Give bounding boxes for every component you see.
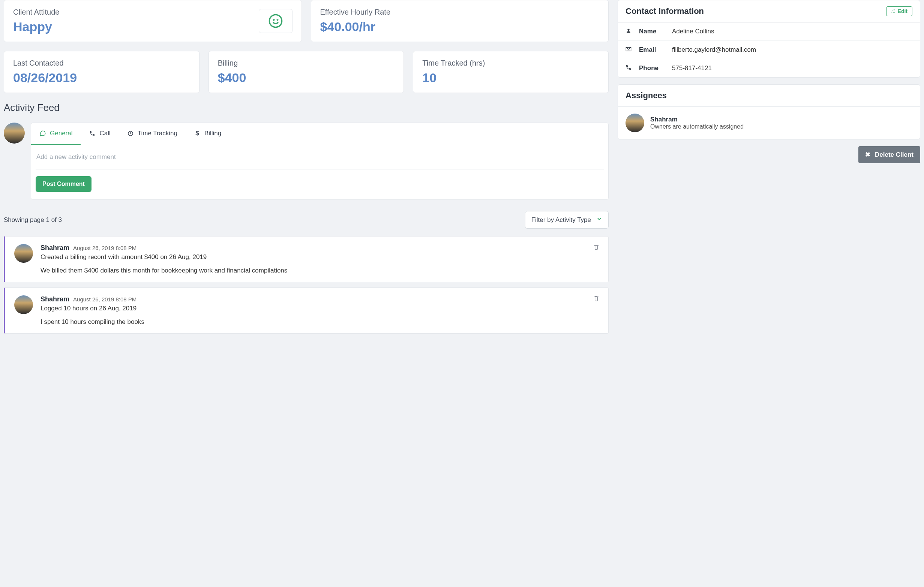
dollar-icon: $ bbox=[194, 130, 201, 137]
activity-summary: Logged 10 hours on 26 Aug, 2019 bbox=[41, 305, 586, 312]
tab-billing-label: Billing bbox=[205, 130, 221, 137]
contact-phone-row: Phone 575-817-4121 bbox=[618, 59, 920, 77]
tab-general[interactable]: General bbox=[31, 123, 81, 145]
current-user-avatar bbox=[4, 122, 25, 143]
billing-label: Billing bbox=[218, 59, 395, 68]
delete-activity-button[interactable] bbox=[593, 295, 599, 303]
svg-point-2 bbox=[277, 20, 278, 20]
contact-info-title: Contact Information bbox=[625, 7, 704, 16]
pagination-info: Showing page 1 of 3 bbox=[4, 216, 62, 224]
tab-call-label: Call bbox=[99, 130, 110, 137]
smiley-icon bbox=[259, 9, 292, 33]
activity-note: We billed them $400 dollars this month f… bbox=[41, 267, 586, 274]
activity-timestamp: August 26, 2019 8:08 PM bbox=[73, 245, 137, 251]
last-contacted-value: 08/26/2019 bbox=[13, 71, 190, 85]
name-value: Adeline Collins bbox=[672, 28, 714, 35]
last-contacted-card: Last Contacted 08/26/2019 bbox=[4, 51, 200, 93]
contact-name-row: Name Adeline Collins bbox=[618, 23, 920, 41]
activity-note: I spent 10 hours compiling the books bbox=[41, 318, 586, 326]
effective-rate-value: $40.00/hr bbox=[320, 20, 600, 34]
edit-contact-button[interactable]: Edit bbox=[886, 7, 912, 16]
svg-point-1 bbox=[273, 20, 274, 20]
person-icon bbox=[625, 28, 632, 35]
phone-icon bbox=[89, 130, 96, 137]
assignees-panel: Assignees Shahram Owners are automatical… bbox=[618, 84, 920, 139]
tab-general-label: General bbox=[50, 130, 73, 137]
author-avatar bbox=[14, 244, 33, 263]
name-label: Name bbox=[639, 28, 665, 35]
contact-email-row: Email filiberto.gaylord@hotmail.com bbox=[618, 41, 920, 59]
filter-activity-type-dropdown[interactable]: Filter by Activity Type bbox=[525, 211, 609, 229]
email-value: filiberto.gaylord@hotmail.com bbox=[672, 46, 756, 54]
delete-client-label: Delete Client bbox=[875, 151, 914, 158]
phone-label: Phone bbox=[639, 64, 665, 72]
assignees-title: Assignees bbox=[625, 91, 667, 101]
time-tracked-value: 10 bbox=[422, 71, 599, 85]
activity-summary: Created a billing record with amount $40… bbox=[41, 253, 586, 261]
chevron-down-icon bbox=[596, 216, 602, 224]
envelope-icon bbox=[625, 46, 632, 54]
tab-call[interactable]: Call bbox=[81, 123, 119, 145]
activity-feed-title: Activity Feed bbox=[4, 102, 609, 114]
author-avatar bbox=[14, 295, 33, 314]
time-tracked-card: Time Tracked (hrs) 10 bbox=[413, 51, 609, 93]
effective-rate-label: Effective Hourly Rate bbox=[320, 8, 600, 16]
pencil-icon bbox=[891, 8, 896, 14]
activity-author: Shahram bbox=[41, 295, 69, 303]
clock-icon bbox=[127, 130, 134, 137]
phone-icon bbox=[625, 64, 632, 72]
billing-value: $400 bbox=[218, 71, 395, 85]
tab-time-tracking[interactable]: Time Tracking bbox=[119, 123, 186, 145]
effective-rate-card: Effective Hourly Rate $40.00/hr bbox=[311, 0, 609, 42]
activity-item: Shahram August 26, 2019 8:08 PM Logged 1… bbox=[4, 287, 609, 334]
contact-information-panel: Contact Information Edit Name Adeline Co… bbox=[618, 0, 920, 77]
activity-composer: General Call Time Tracking bbox=[31, 122, 609, 200]
filter-label: Filter by Activity Type bbox=[531, 216, 591, 224]
delete-client-button[interactable]: ✖ Delete Client bbox=[858, 146, 920, 163]
assignee-avatar bbox=[625, 114, 644, 132]
close-icon: ✖ bbox=[865, 151, 870, 158]
client-attitude-label: Client Attitude bbox=[13, 8, 59, 16]
post-comment-button[interactable]: Post Comment bbox=[36, 176, 91, 192]
svg-point-0 bbox=[269, 15, 282, 27]
phone-value: 575-817-4121 bbox=[672, 64, 712, 72]
assignee-subtext: Owners are automatically assigned bbox=[650, 123, 744, 130]
activity-author: Shahram bbox=[41, 244, 69, 252]
time-tracked-label: Time Tracked (hrs) bbox=[422, 59, 599, 68]
last-contacted-label: Last Contacted bbox=[13, 59, 190, 68]
client-attitude-value: Happy bbox=[13, 20, 59, 34]
activity-comment-input[interactable] bbox=[36, 152, 604, 170]
assignee-name: Shahram bbox=[650, 116, 744, 123]
client-attitude-card: Client Attitude Happy bbox=[4, 0, 302, 42]
billing-card: Billing $400 bbox=[208, 51, 404, 93]
tab-time-tracking-label: Time Tracking bbox=[138, 130, 177, 137]
chat-icon bbox=[40, 130, 46, 137]
tab-billing[interactable]: $ Billing bbox=[186, 123, 229, 145]
delete-activity-button[interactable] bbox=[593, 244, 599, 252]
edit-label: Edit bbox=[898, 8, 908, 14]
activity-timestamp: August 26, 2019 8:08 PM bbox=[73, 296, 137, 302]
activity-item: Shahram August 26, 2019 8:08 PM Created … bbox=[4, 236, 609, 282]
email-label: Email bbox=[639, 46, 665, 54]
